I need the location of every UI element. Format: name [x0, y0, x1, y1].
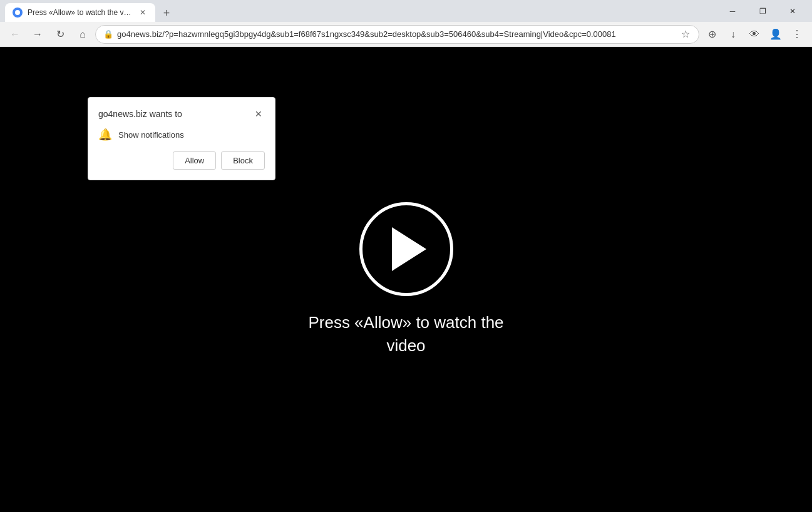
refresh-button[interactable]: ↻	[50, 24, 70, 44]
eye-icon[interactable]: 👁	[744, 24, 764, 44]
profile-button[interactable]: 👤	[766, 24, 786, 44]
page-text-line2: video	[308, 334, 503, 357]
close-button[interactable]: ✕	[778, 1, 807, 21]
page-content: go4news.biz wants to ✕ 🔔 Show notificati…	[0, 47, 812, 512]
tab-title: Press «Allow» to watch the video	[28, 8, 133, 17]
address-bar[interactable]: 🔒 go4news.biz/?p=hazwmnlegq5gi3bpgy4dg&s…	[95, 25, 699, 44]
page-main-text: Press «Allow» to watch the video	[308, 311, 503, 357]
home-button[interactable]: ⌂	[73, 24, 93, 44]
bookmark-star-icon[interactable]: ☆	[680, 27, 691, 41]
minimize-button[interactable]: ─	[718, 1, 747, 21]
tab-strip: Press «Allow» to watch the video ✕ +	[5, 0, 713, 22]
title-bar: Press «Allow» to watch the video ✕ + ─ ❐…	[0, 0, 812, 22]
popup-buttons: Allow Block	[98, 151, 265, 170]
browser-window: Press «Allow» to watch the video ✕ + ─ ❐…	[0, 0, 812, 512]
notification-label: Show notifications	[118, 130, 184, 140]
popup-close-button[interactable]: ✕	[252, 108, 265, 120]
page-text-line1: Press «Allow» to watch the	[308, 311, 503, 334]
tab-favicon	[13, 8, 23, 18]
popup-header: go4news.biz wants to ✕	[98, 108, 265, 120]
play-triangle-icon	[392, 227, 426, 271]
tab-close-button[interactable]: ✕	[138, 8, 148, 18]
window-controls: ─ ❐ ✕	[718, 1, 807, 21]
forward-button[interactable]: →	[28, 24, 48, 44]
download-icon[interactable]: ↓	[723, 24, 743, 44]
play-circle[interactable]	[359, 202, 453, 296]
active-tab[interactable]: Press «Allow» to watch the video ✕	[5, 3, 155, 22]
notification-row: 🔔 Show notifications	[98, 128, 265, 141]
toolbar: ← → ↻ ⌂ 🔒 go4news.biz/?p=hazwmnlegq5gi3b…	[0, 22, 812, 47]
new-tab-button[interactable]: +	[158, 4, 175, 22]
lock-icon: 🔒	[103, 29, 113, 39]
maximize-button[interactable]: ❐	[748, 1, 777, 21]
bell-icon: 🔔	[98, 128, 112, 141]
play-button-container: Press «Allow» to watch the video	[308, 202, 503, 357]
back-button[interactable]: ←	[5, 24, 25, 44]
block-button[interactable]: Block	[221, 151, 265, 170]
toolbar-right: ⊕ ↓ 👁 👤 ⋮	[702, 24, 807, 44]
allow-button[interactable]: Allow	[173, 151, 216, 170]
notification-popup: go4news.biz wants to ✕ 🔔 Show notificati…	[88, 97, 275, 180]
url-text: go4news.biz/?p=hazwmnlegq5gi3bpgy4dg&sub…	[117, 29, 676, 39]
menu-button[interactable]: ⋮	[787, 24, 807, 44]
zoom-button[interactable]: ⊕	[702, 24, 722, 44]
popup-title: go4news.biz wants to	[98, 109, 182, 119]
